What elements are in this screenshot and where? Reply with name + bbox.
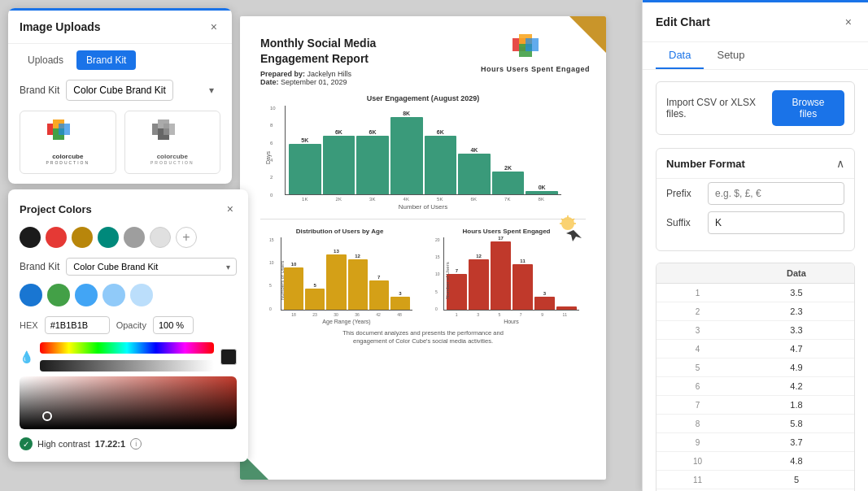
age-bar-23: 5	[305, 283, 325, 310]
svg-rect-14	[59, 124, 70, 135]
hours-bar-7: 11	[513, 259, 533, 310]
lightness-bar[interactable]	[40, 360, 214, 372]
row-data-cell[interactable]: 3.5	[739, 284, 854, 302]
color-preview-box	[220, 349, 237, 365]
row-data-cell[interactable]: 5.8	[739, 415, 854, 433]
swatch-gray[interactable]	[124, 227, 145, 248]
hours-bar-11	[556, 306, 577, 310]
opacity-input[interactable]	[153, 316, 194, 334]
color-picker-handle[interactable]	[42, 411, 52, 421]
row-data-cell[interactable]: 2.3	[739, 302, 854, 321]
brand-kit-select[interactable]: Color Cube Brand Kit	[66, 80, 173, 101]
data-table-wrapper: Data 13.522.333.344.754.964.271.885.893.…	[656, 263, 855, 491]
gray-logo-content: colorcube PRODUCTION	[150, 119, 194, 165]
table-row: 44.7	[656, 340, 854, 358]
bk-swatch-light-blue[interactable]	[75, 284, 98, 306]
tab-data[interactable]: Data	[656, 42, 704, 69]
bar-label-6k-c: 6K	[437, 129, 444, 135]
x-axis-title-main: Number of Users	[285, 203, 561, 211]
row-data-cell[interactable]: 4.9	[739, 358, 854, 377]
high-contrast-text: High contrast	[37, 439, 90, 449]
tab-setup[interactable]: Setup	[704, 42, 757, 69]
suffix-row: Suffix	[666, 211, 844, 234]
swatch-light-gray[interactable]	[150, 227, 171, 248]
edit-chart-close[interactable]: ×	[842, 14, 855, 30]
age-bar-30: 13	[326, 249, 346, 310]
row-num-cell: 5	[656, 358, 739, 377]
main-canvas: Hours Users Spent Engaged Monthly Social…	[0, 0, 868, 491]
gray-logo-text: colorcube	[150, 153, 194, 160]
bar-3k: 6K	[356, 129, 389, 194]
row-data-cell[interactable]: 3.7	[739, 433, 854, 452]
y-num-8: 8	[270, 123, 276, 128]
y-axis-numbers: 10 8 6 4 2 0	[270, 106, 276, 198]
brand-kit-swatches	[20, 284, 237, 306]
table-row: 33.3	[656, 321, 854, 340]
gradient-bars	[40, 342, 214, 372]
row-data-cell[interactable]: 3.3	[739, 321, 854, 340]
age-bar-48: 3	[390, 291, 410, 310]
main-chart-wrapper: Days 10 8 6 4 2 0 5K	[285, 106, 561, 211]
bk-swatch-blue[interactable]	[20, 284, 42, 306]
x-label-8k: 8K	[539, 197, 544, 202]
age-bar-chart: 10 5 13 12	[281, 237, 412, 311]
tab-uploads[interactable]: Uploads	[18, 50, 73, 70]
add-swatch-btn[interactable]: +	[176, 227, 197, 248]
bar-label-2k: 2K	[504, 165, 512, 171]
x-label-2k: 2K	[336, 197, 342, 202]
sparkle-decoration	[553, 215, 586, 246]
hours-bar-chart: 7 12 17 11	[443, 237, 579, 311]
prefix-row: Prefix	[666, 182, 844, 205]
eyedropper-icon[interactable]: 💧	[20, 350, 33, 363]
tab-brand-kit[interactable]: Brand Kit	[76, 50, 136, 70]
row-data-cell[interactable]: 4.8	[739, 452, 854, 471]
info-icon[interactable]: i	[130, 438, 142, 450]
y-num-4: 4	[270, 158, 276, 163]
bar-label-0k: 0K	[539, 185, 546, 190]
age-y-numbers: 15 10 5 0	[269, 237, 274, 311]
bk-swatch-green[interactable]	[47, 284, 70, 306]
swatch-black[interactable]	[20, 227, 41, 248]
suffix-input[interactable]	[708, 211, 844, 234]
number-format-header[interactable]: Number Format ∧	[656, 149, 854, 178]
color-cube-logo-gray	[152, 119, 193, 150]
browse-files-button[interactable]: Browse files	[772, 90, 844, 126]
row-data-cell[interactable]: 1.8	[739, 396, 854, 415]
project-colors-close[interactable]: ×	[224, 201, 237, 217]
age-chart-title: Distribution of Users by Age	[260, 228, 419, 235]
age-bars: 10 5 13 12	[281, 237, 412, 310]
row-data-cell[interactable]: 5	[739, 471, 854, 489]
bar-fill-1k	[289, 144, 321, 194]
age-x-title: Age Range (Years)	[281, 319, 412, 324]
project-bk-select[interactable]: Color Cube Brand Kit	[66, 258, 237, 276]
project-colors-panel: Project Colors × + Brand Kit Color Cube …	[8, 189, 248, 462]
swatch-teal[interactable]	[98, 227, 119, 248]
col-header-num	[656, 263, 739, 284]
age-bar-36: 12	[348, 254, 368, 310]
x-axis-labels: 1K 2K 3K 4K 5K 6K 7K 8K	[285, 195, 561, 203]
row-data-cell[interactable]: 4.7	[739, 340, 854, 358]
x-label-5k: 5K	[437, 197, 443, 202]
image-uploads-close[interactable]: ×	[207, 19, 220, 35]
bar-label-5k: 5K	[301, 137, 308, 143]
row-data-cell[interactable]: 4.2	[739, 377, 854, 396]
date-label: Date:	[260, 78, 279, 86]
sparkle-svg	[553, 215, 586, 244]
hue-gradient-bar[interactable]	[40, 342, 214, 354]
y-num-0: 0	[270, 193, 276, 198]
row-num-cell: 8	[656, 415, 739, 433]
main-chart-section: User Engagement (August 2029) Days 10 8 …	[260, 94, 586, 211]
swatch-red[interactable]	[46, 227, 67, 248]
bk-swatch-lighter-blue[interactable]	[103, 284, 125, 306]
table-row: 54.9	[656, 358, 854, 377]
bk-swatch-lightest-blue[interactable]	[130, 284, 153, 306]
hex-input[interactable]	[45, 316, 110, 334]
bar-8k: 0K	[526, 185, 558, 194]
table-row: 22.3	[656, 302, 854, 321]
chevron-up-icon: ∧	[836, 157, 844, 170]
bar-fill-8k	[526, 191, 558, 194]
color-picker-area[interactable]	[20, 376, 237, 429]
prefix-input[interactable]	[708, 182, 844, 205]
x-label-4k: 4K	[403, 197, 409, 202]
swatch-gold[interactable]	[72, 227, 93, 248]
